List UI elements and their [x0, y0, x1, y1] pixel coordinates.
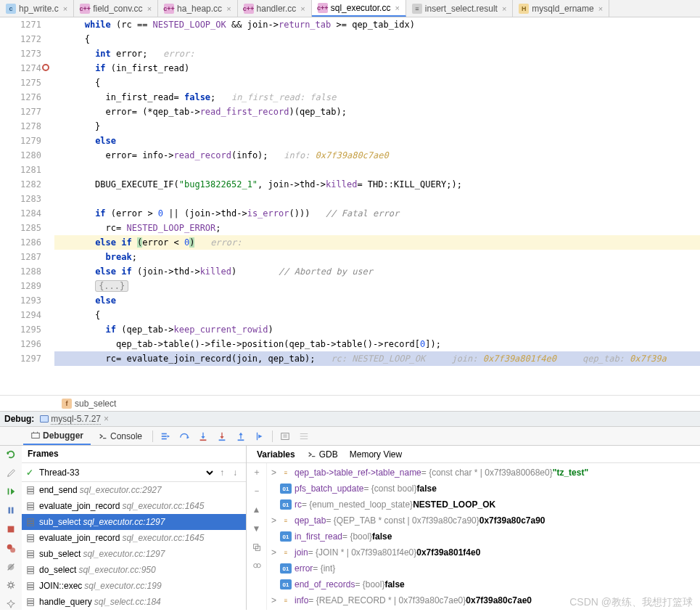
code-line[interactable]: rc= evaluate_join_record(join, qep_tab);…	[54, 351, 700, 366]
line-number[interactable]: 1276	[0, 90, 41, 105]
run-to-cursor-icon[interactable]	[252, 429, 267, 444]
line-number[interactable]: 1283	[0, 192, 41, 206]
code-line[interactable]: int error; error:	[54, 46, 700, 61]
line-number[interactable]: 1275	[0, 76, 41, 90]
file-tab[interactable]: chp_write.c×	[0, 0, 74, 17]
line-number[interactable]: 1280	[0, 148, 41, 163]
step-over-icon[interactable]	[177, 429, 192, 444]
expand-icon[interactable]	[271, 531, 280, 542]
settings-icon[interactable]	[4, 579, 17, 591]
code-line[interactable]: {	[54, 308, 700, 322]
file-tab[interactable]: Hmysqld_ername×	[513, 0, 609, 17]
pin-icon[interactable]	[4, 598, 17, 610]
variable-row[interactable]: 01in_first_read = {bool} false	[267, 529, 700, 544]
step-out-icon[interactable]	[234, 429, 248, 444]
tab-variables[interactable]: Variables	[251, 448, 301, 461]
modify-run-config-icon[interactable]	[4, 468, 17, 479]
variable-row[interactable]: 01rc = {enum_nested_loop_state} NESTED_L…	[267, 497, 700, 513]
code-line[interactable]	[54, 192, 700, 206]
tab-memory-view[interactable]: Memory View	[344, 448, 408, 461]
stack-frame[interactable]: sub_select sql_executor.cc:1297	[22, 514, 246, 530]
line-number[interactable]: 1293	[0, 293, 41, 308]
line-number[interactable]: 1294	[0, 308, 41, 322]
run-config-name[interactable]: mysql-5.7.27	[51, 414, 101, 425]
tab-console[interactable]: Console	[91, 428, 149, 444]
thread-dropdown[interactable]: Thread-33	[36, 467, 215, 478]
code-line[interactable]: else	[54, 134, 700, 148]
line-number[interactable]: 1282	[0, 177, 41, 192]
file-tab[interactable]: c++field_conv.cc×	[74, 0, 158, 17]
line-number[interactable]: 1273	[0, 46, 41, 61]
line-number[interactable]: 1285	[0, 221, 41, 235]
view-breakpoints-icon[interactable]	[4, 542, 17, 554]
frame-up-icon[interactable]: ↑	[215, 466, 228, 479]
move-up-icon[interactable]: ▲	[251, 504, 263, 515]
line-number[interactable]: 1284	[0, 206, 41, 221]
code-line[interactable]	[54, 163, 700, 177]
line-number[interactable]: 1287	[0, 250, 41, 264]
evaluate-expression-icon[interactable]	[278, 429, 292, 444]
stack-frame[interactable]: JOIN::exec sql_executor.cc:199	[22, 578, 246, 594]
line-number[interactable]: 1272	[0, 32, 41, 46]
file-tab[interactable]: ≡insert_select.result×	[406, 0, 513, 17]
line-number[interactable]: 1279	[0, 134, 41, 148]
line-number[interactable]: 1288	[0, 264, 41, 279]
code-line[interactable]: }	[54, 119, 700, 134]
line-number[interactable]: 1297	[0, 351, 41, 366]
breakpoint-icon[interactable]	[42, 64, 49, 71]
line-number[interactable]: 1278	[0, 119, 41, 134]
stack-frame[interactable]: evaluate_join_record sql_executor.cc:164…	[22, 498, 246, 514]
variable-row[interactable]: 01end_of_records = {bool} false	[267, 576, 700, 592]
mute-breakpoints-icon[interactable]	[4, 561, 17, 573]
thread-selector[interactable]: ✓ Thread-33 ↑ ↓	[22, 463, 246, 482]
rerun-icon[interactable]	[4, 449, 17, 460]
line-number[interactable]: 1274	[0, 61, 41, 76]
tab-debugger[interactable]: Debugger	[23, 428, 91, 445]
variable-row[interactable]: 01error = {int}	[267, 560, 700, 576]
expand-icon[interactable]	[271, 499, 280, 510]
show-watches-icon[interactable]	[251, 560, 263, 572]
line-number[interactable]: 1281	[0, 163, 41, 177]
variable-row[interactable]: >≡qep_tab = {QEP_TAB * const | 0x7f39a80…	[267, 513, 700, 529]
code-line[interactable]: while (rc == NESTED_LOOP_OK && join->ret…	[54, 17, 700, 32]
line-number[interactable]: 1296	[0, 337, 41, 351]
resume-icon[interactable]	[4, 486, 17, 498]
pause-icon[interactable]	[4, 505, 17, 516]
remove-watch-icon[interactable]: －	[251, 485, 263, 497]
close-icon[interactable]: ×	[598, 4, 603, 13]
frame-down-icon[interactable]: ↓	[228, 466, 242, 479]
stack-frame[interactable]: end_send sql_executor.cc:2927	[22, 482, 246, 498]
tab-gdb[interactable]: GDB	[301, 448, 344, 461]
code-line[interactable]: error= (*qep_tab->read_first_record)(qep…	[54, 105, 700, 119]
file-tab[interactable]: c++handler.cc×	[238, 0, 312, 17]
variable-row[interactable]: >≡qep_tab->table_ref->table_name = {cons…	[267, 465, 700, 481]
code-line[interactable]: else if (error < 0) error:	[54, 235, 700, 250]
close-icon[interactable]: ×	[395, 4, 399, 12]
breadcrumb[interactable]: f sub_select	[0, 395, 700, 411]
code-line[interactable]: if (in_first_read)	[54, 61, 700, 76]
duplicate-watch-icon[interactable]	[251, 542, 263, 553]
code-line[interactable]: else	[54, 293, 700, 308]
code-line[interactable]: in_first_read= false; in_first_read: fal…	[54, 90, 700, 105]
variable-row[interactable]: >≡join = {JOIN * | 0x7f39a801f4e0} 0x7f3…	[267, 544, 700, 560]
variable-row[interactable]: >≡info = {READ_RECORD * | 0x7f39a80c7ae0…	[267, 592, 700, 608]
close-icon[interactable]: ×	[147, 4, 152, 13]
expand-icon[interactable]: >	[271, 547, 280, 558]
stack-frame[interactable]: evaluate_join_record sql_executor.cc:164…	[22, 530, 246, 546]
new-watch-icon[interactable]: ＋	[251, 466, 263, 478]
code-view[interactable]: while (rc == NESTED_LOOP_OK && join->ret…	[54, 17, 700, 395]
code-line[interactable]: {	[54, 76, 700, 90]
force-step-into-icon[interactable]	[215, 429, 229, 444]
variables-list[interactable]: >≡qep_tab->table_ref->table_name = {cons…	[267, 463, 700, 610]
code-line[interactable]: DBUG_EXECUTE_IF("bug13822652_1", join->t…	[54, 177, 700, 192]
expand-icon[interactable]: >	[271, 515, 280, 526]
line-number[interactable]: 1289	[0, 279, 41, 293]
code-line[interactable]: rc= NESTED_LOOP_ERROR;	[54, 221, 700, 235]
stack-frame[interactable]: sub_select sql_executor.cc:1297	[22, 546, 246, 562]
variable-row[interactable]: 01pfs_batch_update = {const bool} false	[267, 481, 700, 497]
line-number[interactable]: 1277	[0, 105, 41, 119]
code-line[interactable]: break;	[54, 250, 700, 264]
close-icon[interactable]: ×	[300, 4, 305, 13]
file-tab[interactable]: c++ha_heap.cc×	[158, 0, 238, 17]
code-line[interactable]: {...}	[54, 279, 700, 293]
